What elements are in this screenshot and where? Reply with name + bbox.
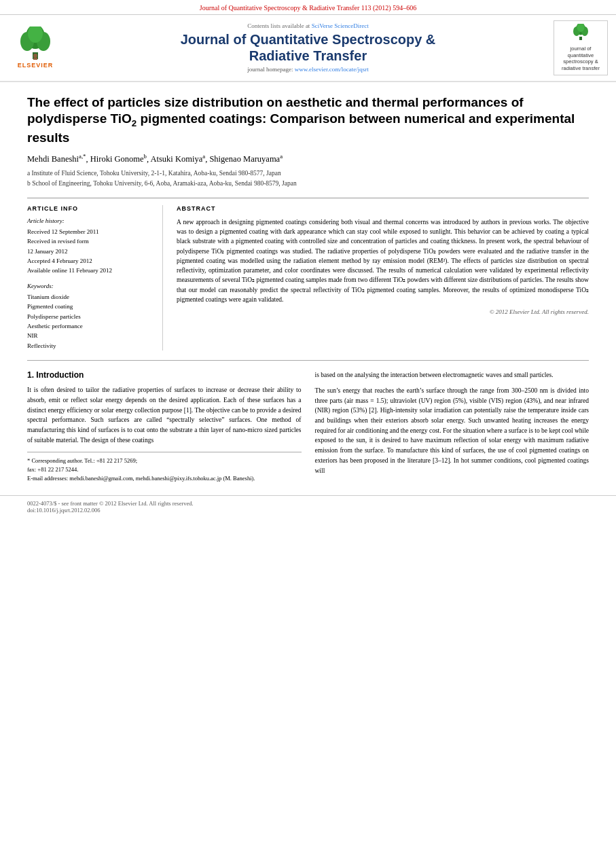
sciverse-link[interactable]: SciVerse ScienceDirect xyxy=(312,22,369,29)
received-date: Received 12 September 2011 xyxy=(27,227,156,236)
svg-rect-7 xyxy=(579,37,582,40)
copyright-line: © 2012 Elsevier Ltd. All rights reserved… xyxy=(177,308,589,315)
mini-journal-title: journal of quantitative spectroscopy & r… xyxy=(562,46,600,71)
author4-sup: a xyxy=(280,153,283,160)
available-date: Available online 11 February 2012 xyxy=(27,266,156,275)
mini-tree-icon xyxy=(570,24,591,41)
keyword-3: Polydisperse particles xyxy=(27,312,156,321)
abstract-title: ABSTRACT xyxy=(177,205,589,212)
article-info-title: ARTICLE INFO xyxy=(27,205,156,212)
intro-section-title: 1. Introduction xyxy=(27,370,302,380)
authors: Mehdi Baneshia,*, Hiroki Gonomeb, Atsuki… xyxy=(27,153,589,164)
keyword-2: Pigmented coating xyxy=(27,302,156,311)
main-content: The effect of particles size distributio… xyxy=(0,82,616,490)
footnote-area: * Corresponding author. Tel.: +81 22 217… xyxy=(27,452,302,482)
svg-rect-6 xyxy=(33,58,37,60)
article-info-section: ARTICLE INFO Article history: Received 1… xyxy=(27,205,163,351)
journal-homepage: journal homepage: www.elsevier.com/locat… xyxy=(62,66,554,73)
introduction-section: 1. Introduction It is often desired to t… xyxy=(27,370,589,483)
article-history-label: Article history: xyxy=(27,217,156,224)
keyword-5: NIR xyxy=(27,331,156,340)
intro-right-col: is based on the analysing the interactio… xyxy=(315,370,590,483)
keyword-4: Aesthetic performance xyxy=(27,321,156,331)
issn-text: 0022-4073/$ - see front matter © 2012 El… xyxy=(27,500,194,507)
footnote-fax: fax: +81 22 217 5244. xyxy=(27,465,302,474)
header-right: journal of quantitative spectroscopy & r… xyxy=(554,20,608,75)
journal-header: ELSEVIER Contents lists available at Sci… xyxy=(0,15,616,82)
elsevier-text: ELSEVIER xyxy=(18,62,54,69)
footnote-email: E-mail addresses: mehdi.baneshi@gmail.co… xyxy=(27,474,302,483)
top-bar: Journal of Quantitative Spectroscopy & R… xyxy=(0,0,616,15)
received-revised-label: Received in revised form xyxy=(27,236,156,246)
homepage-link[interactable]: www.elsevier.com/locate/jqsrt xyxy=(295,66,369,73)
keyword-1: Titanium dioxide xyxy=(27,292,156,302)
journal-title-main: Journal of Quantitative Spectroscopy & R… xyxy=(62,31,554,64)
two-col-section: ARTICLE INFO Article history: Received 1… xyxy=(27,198,589,351)
keyword-6: Reflectivity xyxy=(27,341,156,351)
svg-point-5 xyxy=(33,54,37,58)
accepted-date: Accepted 4 February 2012 xyxy=(27,256,156,266)
elsevier-tree-icon xyxy=(15,26,56,60)
footnote-corresponding: * Corresponding author. Tel.: +81 22 217… xyxy=(27,457,302,465)
sciverse-line: Contents lists available at SciVerse Sci… xyxy=(62,22,554,29)
affiliations: a Institute of Fluid Science, Tohoku Uni… xyxy=(27,168,589,188)
intro-paragraph-right-1: is based on the analysing the interactio… xyxy=(315,370,590,380)
intro-paragraph-right-2: The sun’s energy that reaches the earth’… xyxy=(315,386,590,476)
affiliation-a: a Institute of Fluid Science, Tohoku Uni… xyxy=(27,168,589,178)
header-center: Contents lists available at SciVerse Sci… xyxy=(62,22,554,73)
journal-mini-box: journal of quantitative spectroscopy & r… xyxy=(554,20,608,75)
journal-citation: Journal of Quantitative Spectroscopy & R… xyxy=(200,4,416,12)
affiliation-b: b School of Engineering, Tohoku Universi… xyxy=(27,179,589,188)
keywords-label: Keywords: xyxy=(27,283,156,289)
abstract-section: ABSTRACT A new approach in designing pig… xyxy=(177,205,589,351)
bottom-bar: 0022-4073/$ - see front matter © 2012 El… xyxy=(0,495,616,518)
article-title: The effect of particles size distributio… xyxy=(27,94,589,146)
section-divider xyxy=(27,360,589,361)
abstract-text: A new approach in designing pigmented co… xyxy=(177,217,589,304)
elsevier-logo: ELSEVIER xyxy=(8,26,62,69)
author1-sup: a,* xyxy=(79,153,86,160)
intro-paragraph-1: It is often desired to tailor the radiat… xyxy=(27,385,302,445)
received-revised-date: 12 January 2012 xyxy=(27,247,156,256)
intro-left-col: 1. Introduction It is often desired to t… xyxy=(27,370,302,483)
doi-text: doi:10.1016/j.jqsrt.2012.02.006 xyxy=(27,507,100,514)
